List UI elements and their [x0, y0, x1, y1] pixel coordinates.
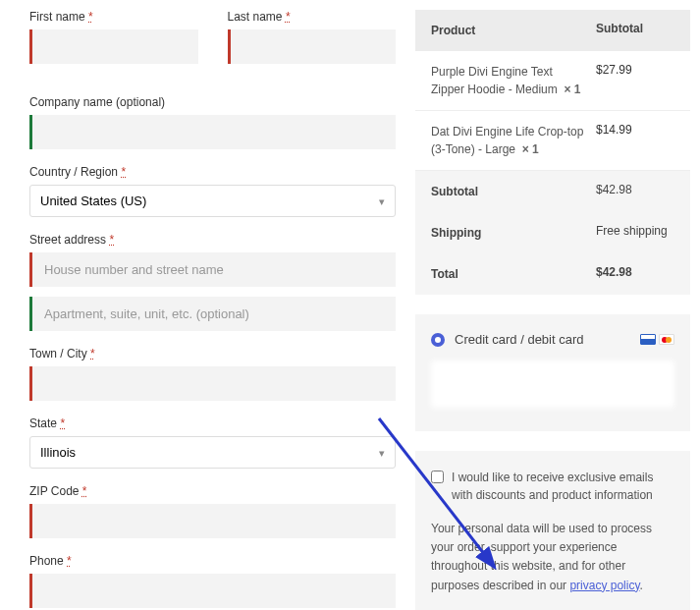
company-input[interactable]	[29, 115, 396, 149]
phone-label: Phone *	[29, 554, 396, 568]
subtotal-row: Subtotal $42.98	[415, 171, 690, 212]
product-header: Product	[431, 22, 596, 39]
privacy-disclosure: Your personal data will be used to proce…	[431, 520, 674, 595]
last-name-label: Last name *	[228, 10, 397, 24]
shipping-row: Shipping Free shipping	[415, 212, 690, 253]
marketing-opt-in-checkbox[interactable]	[431, 471, 444, 483]
privacy-policy-link[interactable]: privacy policy	[569, 579, 639, 592]
visa-icon	[640, 334, 656, 345]
total-row: Total $42.98	[415, 253, 690, 295]
order-summary-table: Product Subtotal Purple Divi Engine Text…	[415, 10, 690, 295]
phone-input[interactable]	[29, 574, 396, 608]
table-row: Purple Divi Engine Text Zipper Hoodie - …	[415, 51, 690, 111]
subtotal-header: Subtotal	[596, 22, 674, 39]
table-row: Dat Divi Engine Life Crop-top (3-Tone) -…	[415, 111, 690, 171]
payment-method-option[interactable]: Credit card / debit card	[431, 332, 674, 347]
city-label: Town / City *	[29, 347, 396, 360]
street-label: Street address *	[29, 233, 396, 247]
first-name-label: First name *	[29, 10, 198, 24]
card-details-blurred	[431, 360, 674, 408]
company-label: Company name (optional)	[29, 95, 396, 109]
card-brand-icons	[640, 334, 674, 345]
state-select[interactable]: Illinois	[30, 437, 395, 468]
zip-input[interactable]	[29, 504, 396, 538]
street-input[interactable]	[29, 252, 396, 287]
city-input[interactable]	[29, 366, 396, 401]
last-name-input[interactable]	[228, 29, 397, 64]
first-name-input[interactable]	[29, 29, 198, 64]
country-label: Country / Region *	[29, 165, 396, 179]
state-label: State *	[29, 416, 396, 430]
radio-selected-icon	[431, 333, 445, 347]
mastercard-icon	[659, 334, 674, 345]
marketing-opt-in-label: I would like to receive exclusive emails…	[452, 469, 674, 504]
zip-label: ZIP Code *	[29, 484, 396, 498]
country-select[interactable]: United States (US)	[30, 186, 395, 216]
payment-method-label: Credit card / debit card	[455, 332, 584, 347]
street2-input[interactable]	[29, 297, 396, 331]
